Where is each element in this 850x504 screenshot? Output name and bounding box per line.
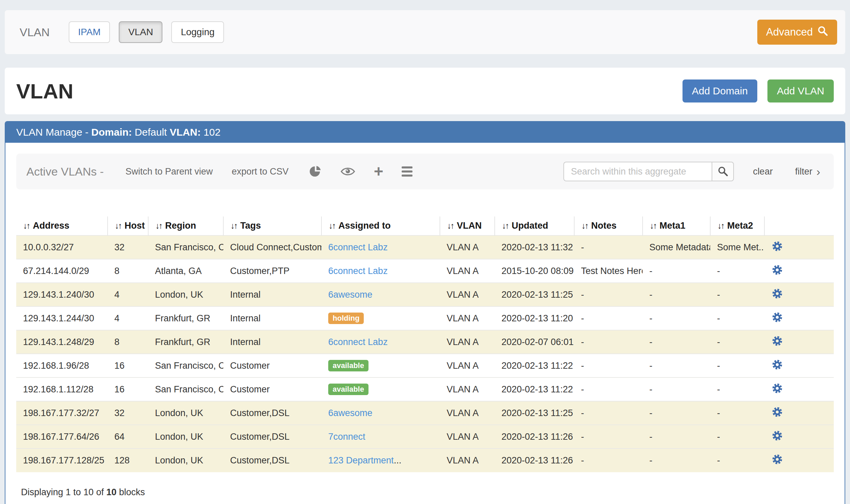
assigned-link[interactable]: 6connect Labz: [328, 266, 388, 276]
cell-notes: -: [574, 449, 642, 472]
cell-vlan: VLAN A: [440, 401, 495, 425]
eye-icon[interactable]: [340, 166, 356, 177]
cell-tags: Internal: [223, 330, 321, 354]
cell-host: 8: [108, 330, 148, 354]
cell-host: 64: [108, 425, 148, 449]
cell-host: 16: [108, 378, 148, 401]
search-input[interactable]: [563, 162, 712, 181]
filter-label: filter: [795, 166, 812, 177]
toolbar-link-export-to-csv[interactable]: export to CSV: [232, 166, 289, 177]
add-vlan-button[interactable]: Add VLAN: [767, 79, 834, 103]
tab-ipam[interactable]: IPAM: [69, 21, 110, 43]
assigned-link[interactable]: 7connect: [328, 432, 366, 442]
gear-icon[interactable]: [771, 335, 783, 347]
pie-chart-icon[interactable]: [309, 165, 322, 178]
tab-vlan[interactable]: VLAN: [119, 21, 162, 43]
cell-meta2: -: [710, 259, 764, 283]
page-header: VLAN Add Domain Add VLAN: [5, 68, 845, 114]
cell-actions: [764, 425, 834, 449]
toolbar-links: Switch to Parent viewexport to CSV: [126, 166, 289, 177]
advanced-search-label: Advanced: [766, 26, 813, 38]
pagination-status: Displaying 1 to 10 of 10 blocks: [21, 487, 834, 498]
cell-vlan: VLAN A: [440, 378, 495, 401]
total-count: 10: [106, 487, 117, 497]
cell-region: Frankfurt, GR: [148, 330, 223, 354]
nav-brand[interactable]: VLAN: [20, 26, 50, 39]
toolbar-link-switch-to-parent-view[interactable]: Switch to Parent view: [126, 166, 213, 177]
menu-icon[interactable]: [402, 166, 412, 177]
cell-meta2: -: [710, 330, 764, 354]
column-header-region[interactable]: ↓↑Region: [148, 216, 223, 235]
advanced-search-button[interactable]: Advanced: [757, 20, 837, 44]
plus-icon[interactable]: +: [374, 163, 383, 180]
assigned-link[interactable]: 6awesome: [328, 408, 373, 418]
cell-updated: 2020-02-13 11:26: [495, 449, 574, 472]
cell-tags: Internal: [223, 306, 321, 330]
column-header-vlan[interactable]: ↓↑VLAN: [440, 216, 495, 235]
cell-region: London, UK: [148, 425, 223, 449]
header-actions: Add Domain Add VLAN: [683, 79, 834, 103]
assigned-link[interactable]: 6connect Labz: [328, 337, 388, 347]
cell-host: 8: [108, 259, 148, 283]
cell-meta2: -: [710, 425, 764, 449]
cell-tags: Customer,DSL: [223, 425, 321, 449]
assigned-link[interactable]: 6connect Labz: [328, 242, 388, 252]
add-domain-button[interactable]: Add Domain: [683, 79, 757, 103]
gear-icon[interactable]: [771, 406, 783, 418]
table-row: 10.0.0.32/27 32 San Francisco, CA Cloud …: [16, 235, 834, 259]
search-submit-button[interactable]: [712, 162, 734, 181]
column-header-address[interactable]: ↓↑Address: [16, 216, 108, 235]
cell-host: 4: [108, 283, 148, 306]
cell-notes: -: [574, 283, 642, 306]
cell-region: Atlanta, GA: [148, 259, 223, 283]
column-header-host[interactable]: ↓↑Host: [108, 216, 148, 235]
cell-assigned-to: 123 Department...: [321, 449, 440, 472]
cell-host: 128: [108, 449, 148, 472]
table-row: 129.143.1.248/29 8 Frankfurt, GR Interna…: [16, 330, 834, 354]
gear-icon[interactable]: [771, 311, 783, 323]
cell-notes: Test Notes Here: [574, 259, 642, 283]
column-header-meta2[interactable]: ↓↑Meta2: [710, 216, 764, 235]
gear-icon[interactable]: [771, 430, 783, 442]
tab-logging[interactable]: Logging: [171, 21, 224, 43]
cell-meta1: -: [642, 425, 710, 449]
cell-address: 10.0.0.32/27: [16, 235, 108, 259]
cell-actions: [764, 354, 834, 378]
column-header-tags[interactable]: ↓↑Tags: [223, 216, 321, 235]
column-header-meta1[interactable]: ↓↑Meta1: [642, 216, 710, 235]
column-header-updated[interactable]: ↓↑Updated: [495, 216, 574, 235]
column-header-assigned-to[interactable]: ↓↑Assigned to: [321, 216, 440, 235]
gear-icon[interactable]: [771, 382, 783, 394]
panel-title: VLAN Manage - Domain: Default VLAN: 102: [16, 126, 220, 138]
gear-icon[interactable]: [771, 453, 783, 465]
cell-host: 32: [108, 401, 148, 425]
assigned-link[interactable]: 6awesome: [328, 290, 373, 300]
active-vlans-label: Active VLANs -: [26, 165, 104, 178]
gear-icon[interactable]: [771, 359, 783, 371]
cell-tags: Customer,DSL: [223, 401, 321, 425]
cell-notes: -: [574, 354, 642, 378]
cell-notes: -: [574, 425, 642, 449]
clear-link[interactable]: clear: [753, 166, 773, 177]
cell-meta1: -: [642, 354, 710, 378]
top-nav: VLAN IPAM VLAN Logging Advanced: [5, 10, 845, 54]
gear-icon[interactable]: [771, 264, 783, 276]
assigned-link[interactable]: 123 Department: [328, 455, 394, 465]
gear-icon[interactable]: [771, 288, 783, 300]
cell-notes: -: [574, 378, 642, 401]
cell-tags: Customer,DSL: [223, 449, 321, 472]
filter-link[interactable]: filter ›: [795, 166, 820, 177]
column-header-notes[interactable]: ↓↑Notes: [574, 216, 642, 235]
cell-meta1: -: [642, 306, 710, 330]
cell-updated: 2020-02-13 11:20: [495, 306, 574, 330]
cell-actions: [764, 283, 834, 306]
gear-icon[interactable]: [771, 240, 783, 252]
cell-actions: [764, 306, 834, 330]
cell-meta2: -: [710, 449, 764, 472]
cell-host: 4: [108, 306, 148, 330]
cell-region: San Francisco, CA: [148, 378, 223, 401]
cell-updated: 2020-02-13 11:22: [495, 354, 574, 378]
cell-assigned-to: 6awesome: [321, 401, 440, 425]
cell-actions: [764, 330, 834, 354]
cell-host: 32: [108, 235, 148, 259]
